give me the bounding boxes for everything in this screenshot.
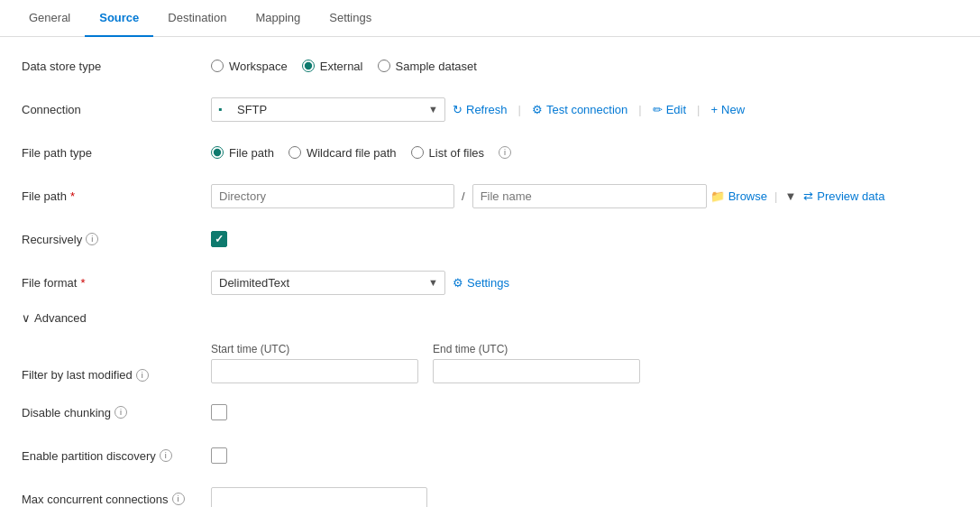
format-settings-button[interactable]: ⚙ Settings	[453, 276, 509, 290]
data-store-type-options: Workspace External Sample dataset	[211, 60, 477, 73]
disable-chunking-label-text: Disable chunking	[22, 406, 111, 419]
file-format-label: File format *	[22, 276, 211, 290]
preview-icon: ⇄	[803, 189, 813, 203]
file-path-label: File path *	[22, 189, 211, 203]
file-format-label-text: File format	[22, 276, 77, 290]
form-content: Data store type Workspace External Sampl…	[0, 37, 980, 507]
recursively-row: Recursively i	[22, 225, 958, 254]
filter-group: Start time (UTC) End time (UTC)	[211, 343, 640, 383]
required-asterisk: *	[70, 189, 75, 203]
radio-wildcard-input[interactable]	[289, 146, 301, 159]
radio-workspace-label: Workspace	[229, 60, 288, 73]
edit-button[interactable]: ✏ Edit	[653, 103, 686, 116]
file-format-select[interactable]: DelimitedText	[211, 271, 445, 295]
disable-chunking-label: Disable chunking i	[22, 406, 211, 419]
path-slash: /	[462, 189, 465, 203]
chevron-down-icon[interactable]: ▼	[784, 189, 796, 203]
radio-listfiles[interactable]: List of files	[411, 146, 484, 160]
radio-external-label: External	[320, 60, 363, 73]
tab-source[interactable]: Source	[85, 0, 153, 37]
end-time-input[interactable]	[433, 359, 640, 383]
tab-mapping[interactable]: Mapping	[241, 0, 315, 37]
radio-filepath-label: File path	[229, 146, 274, 160]
end-time-label: End time (UTC)	[433, 343, 640, 355]
file-format-row: File format * DelimitedText ▼ ⚙ Settings	[22, 268, 958, 297]
radio-wildcard[interactable]: Wildcard file path	[289, 146, 397, 160]
advanced-section[interactable]: ∨ Advanced	[22, 311, 958, 325]
connection-select-wrapper: ▪ SFTP ▼	[211, 97, 445, 122]
tab-destination[interactable]: Destination	[153, 0, 241, 37]
connection-label: Connection	[22, 103, 211, 116]
filter-label-text: Filter by last modified	[22, 368, 133, 382]
recursively-checkbox[interactable]	[211, 231, 227, 247]
start-time-input[interactable]	[211, 359, 418, 383]
refresh-label: Refresh	[466, 103, 508, 116]
partition-discovery-label: Enable partition discovery i	[22, 449, 211, 463]
separator-2: |	[638, 103, 641, 116]
radio-workspace-input[interactable]	[211, 60, 224, 72]
directory-input[interactable]	[211, 184, 454, 208]
filter-last-modified-label: Filter by last modified i	[22, 343, 211, 382]
recursively-info-icon: i	[86, 233, 98, 245]
format-settings-label: Settings	[467, 276, 509, 290]
chevron-down-advanced-icon: ∨	[22, 311, 31, 325]
settings-icon: ⚙	[453, 276, 463, 290]
partition-discovery-label-text: Enable partition discovery	[22, 449, 156, 463]
radio-external[interactable]: External	[302, 60, 363, 73]
disable-chunking-row: Disable chunking i	[22, 398, 958, 427]
plus-icon: +	[710, 103, 718, 116]
file-format-controls: DelimitedText ▼ ⚙ Settings	[211, 271, 509, 295]
radio-listfiles-input[interactable]	[411, 146, 424, 159]
file-path-type-row: File path type File path Wildcard file p…	[22, 138, 958, 167]
connection-controls: ▪ SFTP ▼ ↻ Refresh | ⚙ Test connection |…	[211, 97, 745, 122]
radio-workspace[interactable]: Workspace	[211, 60, 288, 73]
start-time-label: Start time (UTC)	[211, 343, 418, 355]
edit-label: Edit	[666, 103, 686, 116]
test-connection-label: Test connection	[546, 103, 627, 116]
preview-data-button[interactable]: ⇄ Preview data	[803, 189, 884, 203]
browse-folder-icon: 📁	[710, 189, 725, 203]
radio-filepath[interactable]: File path	[211, 146, 274, 160]
end-time-item: End time (UTC)	[433, 343, 640, 383]
radio-listfiles-label: List of files	[429, 146, 484, 160]
chunking-info-icon: i	[114, 406, 127, 419]
partition-discovery-checkbox[interactable]	[211, 447, 227, 464]
sftp-icon: ▪	[218, 103, 222, 115]
separator-3: |	[697, 103, 700, 116]
browse-label: Browse	[728, 189, 767, 203]
connection-select[interactable]: SFTP	[211, 97, 445, 122]
refresh-button[interactable]: ↻ Refresh	[453, 103, 508, 116]
tab-bar: General Source Destination Mapping Setti…	[0, 0, 980, 37]
radio-external-input[interactable]	[302, 60, 315, 72]
data-store-type-row: Data store type Workspace External Sampl…	[22, 51, 958, 80]
listfiles-info-icon: i	[499, 146, 511, 159]
filter-last-modified-row: Filter by last modified i Start time (UT…	[22, 339, 958, 383]
edit-icon: ✏	[653, 103, 663, 116]
pipe-separator: |	[774, 189, 777, 203]
filename-input[interactable]	[472, 184, 707, 208]
partition-info-icon: i	[160, 449, 172, 462]
max-connections-input[interactable]	[211, 487, 427, 508]
start-time-item: Start time (UTC)	[211, 343, 418, 383]
radio-wildcard-label: Wildcard file path	[307, 146, 397, 160]
preview-label: Preview data	[817, 189, 884, 203]
file-path-type-options: File path Wildcard file path List of fil…	[211, 146, 511, 160]
radio-filepath-input[interactable]	[211, 146, 224, 159]
browse-button[interactable]: 📁 Browse	[710, 189, 767, 203]
new-connection-label: New	[721, 103, 745, 116]
tab-general[interactable]: General	[14, 0, 85, 37]
max-connections-row: Max concurrent connections i	[22, 484, 958, 507]
tab-settings[interactable]: Settings	[315, 0, 386, 37]
disable-chunking-checkbox[interactable]	[211, 404, 227, 420]
test-connection-button[interactable]: ⚙ Test connection	[532, 103, 627, 116]
radio-sample[interactable]: Sample dataset	[378, 60, 477, 73]
advanced-label: Advanced	[34, 311, 87, 325]
file-path-label-text: File path	[22, 189, 67, 203]
test-icon: ⚙	[532, 103, 543, 116]
max-connections-info-icon: i	[172, 493, 185, 505]
radio-sample-label: Sample dataset	[396, 60, 477, 73]
radio-sample-input[interactable]	[378, 60, 390, 72]
partition-discovery-row: Enable partition discovery i	[22, 441, 958, 470]
new-connection-button[interactable]: + New	[710, 103, 745, 116]
file-path-row: File path * / 📁 Browse | ▼ ⇄ Preview dat…	[22, 181, 958, 210]
